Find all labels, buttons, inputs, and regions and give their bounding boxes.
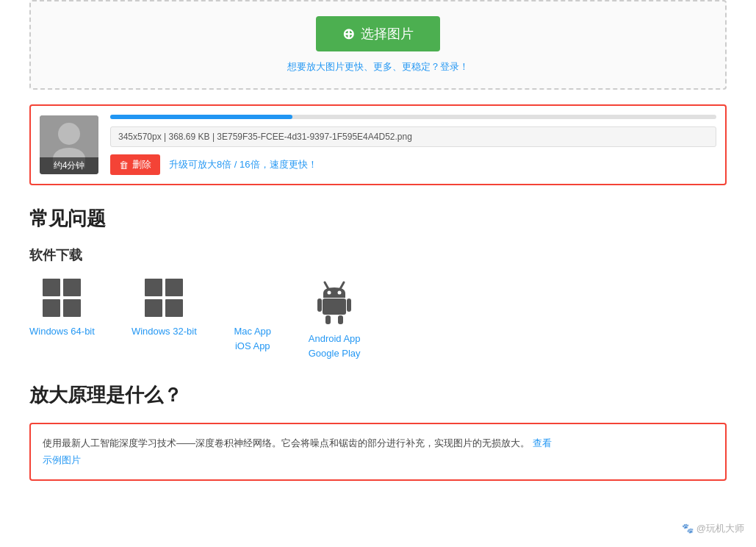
windows-32-label: Windows 32-bit	[132, 324, 197, 339]
progress-bar-fill	[110, 115, 292, 119]
download-windows-64[interactable]: Windows 64-bit	[29, 279, 95, 339]
select-image-button[interactable]: ⊕ 选择图片	[316, 16, 440, 51]
svg-line-0	[325, 282, 328, 289]
windows-64-label: Windows 64-bit	[29, 324, 95, 339]
file-card: 约4分钟 345x570px | 368.69 KB | 3E759F35-FC…	[29, 104, 727, 185]
delete-label: 删除	[132, 158, 151, 171]
principle-box: 使用最新人工智能深度学习技术——深度卷积神经网络。它会将噪点和锯齿的部分进行补充…	[29, 423, 727, 481]
file-actions: 🗑 删除 升级可放大8倍 / 16倍，速度更快！	[110, 154, 716, 175]
svg-rect-4	[323, 298, 346, 315]
android-label: Android AppGoogle Play	[309, 332, 361, 360]
software-download-title: 软件下载	[29, 246, 727, 264]
progress-bar	[110, 115, 716, 119]
principle-content: 使用最新人工智能深度学习技术——深度卷积神经网络。它会将噪点和锯齿的部分进行补充…	[43, 437, 530, 448]
svg-line-1	[340, 282, 344, 289]
upload-area: ⊕ 选择图片 想要放大图片更快、更多、更稳定？登录！	[29, 0, 727, 90]
download-grid: Windows 64-bit Windows 32-bit Mac AppiOS…	[29, 279, 727, 360]
android-icon	[312, 279, 356, 324]
svg-rect-6	[347, 298, 351, 312]
download-android[interactable]: Android AppGoogle Play	[309, 279, 361, 360]
download-windows-32[interactable]: Windows 32-bit	[132, 279, 197, 339]
file-meta: 345x570px | 368.69 KB | 3E759F35-FCEE-4d…	[110, 126, 716, 147]
file-thumbnail: 约4分钟	[40, 115, 98, 174]
file-info: 345x570px | 368.69 KB | 3E759F35-FCEE-4d…	[110, 115, 716, 175]
faq-section: 常见问题 软件下载 Windows 64-bit	[29, 206, 727, 481]
principle-section: 放大原理是什么？ 使用最新人工智能深度学习技术——深度卷积神经网络。它会将噪点和…	[29, 382, 727, 481]
svg-rect-8	[338, 315, 343, 324]
windows-32-icon	[145, 279, 183, 317]
principle-title: 放大原理是什么？	[29, 382, 727, 408]
windows-64-icon	[43, 279, 81, 317]
upgrade-link[interactable]: 升级可放大8倍 / 16倍，速度更快！	[169, 158, 317, 171]
login-hint: 想要放大图片更快、更多、更稳定？登录！	[287, 61, 469, 72]
svg-point-3	[338, 291, 342, 295]
time-label: 约4分钟	[40, 157, 98, 174]
apple-icon	[234, 279, 272, 317]
delete-button[interactable]: 🗑 删除	[110, 154, 160, 175]
mac-label: Mac AppiOS App	[234, 324, 271, 353]
android-svg	[312, 279, 356, 324]
select-btn-label: 选择图片	[361, 25, 414, 43]
trash-icon: 🗑	[119, 160, 129, 171]
svg-rect-5	[317, 298, 322, 312]
faq-title: 常见问题	[29, 206, 727, 232]
download-mac[interactable]: Mac AppiOS App	[234, 279, 272, 353]
svg-rect-7	[325, 315, 331, 324]
svg-point-2	[328, 291, 331, 295]
plus-circle-icon: ⊕	[342, 25, 355, 43]
